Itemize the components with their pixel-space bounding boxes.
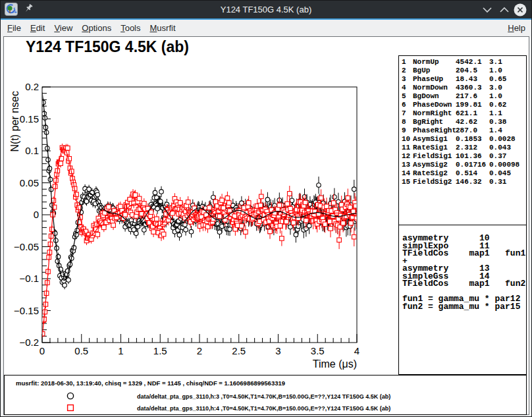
svg-text:2.5: 2.5 (232, 345, 246, 356)
param-row: 14RateSig20.5140.045 (402, 169, 526, 178)
param-row: 4NormDown4360.33.0 (402, 84, 526, 92)
series-points-h3 (40, 81, 358, 289)
svg-text:0.2: 0.2 (25, 81, 39, 92)
svg-text:−0.05: −0.05 (14, 241, 39, 252)
theory-text: asymmetry 10 simplExpo 11 TFieldCos map1… (402, 235, 526, 310)
fit-parameter-panel: 1NormUp4542.13.12BgUp204.51.03PhaseUp18.… (398, 55, 527, 228)
menu-item-options[interactable]: Options (82, 23, 111, 33)
param-row: 2BgUp204.51.0 (402, 67, 526, 75)
plot-area[interactable]: 00.511.522.533.540.20.150.10.050−0.05−0.… (4, 37, 399, 416)
svg-text:0.05: 0.05 (20, 177, 39, 188)
stats-legend-panel: musrfit: 2018-06-30, 13:19:40, chisq = 1… (4, 375, 527, 415)
svg-text:3.5: 3.5 (311, 345, 325, 356)
param-row: 3PhaseUp18.430.65 (402, 75, 526, 84)
legend-label: data/deltat_pta_gps_3110,h:4 ,T0=4.50K,T… (137, 405, 390, 412)
svg-text:0.15: 0.15 (20, 113, 39, 125)
svg-text:−0.15: −0.15 (14, 305, 39, 316)
param-row: 10AsymSig10.18530.0028 (402, 135, 526, 144)
minimize-button[interactable] (480, 3, 494, 17)
menu-item-help[interactable]: Help (508, 23, 525, 33)
menu-help: Help (508, 20, 525, 36)
y-axis-title: N(t) per nsec (9, 91, 20, 152)
param-row: 8BgRight42.620.38 (402, 118, 526, 126)
close-button[interactable] (513, 3, 527, 17)
svg-text:1: 1 (118, 345, 123, 356)
error-bars-h3 (43, 81, 357, 289)
titlebar[interactable]: ++ Y124 TF150G 4.5K (ab) (1, 1, 531, 18)
legend-square-marker (66, 403, 75, 412)
param-row: 13AsymSig20.017160.00098 (402, 161, 526, 169)
param-row: 7NormRight621.11.1 (402, 109, 526, 118)
param-row: 11RateSig12.3120.043 (402, 144, 526, 152)
menu-item-file[interactable]: File (7, 23, 21, 33)
x-axis-title: Time (μs) (313, 358, 357, 370)
svg-text:0: 0 (34, 209, 39, 220)
svg-text:2: 2 (197, 345, 202, 356)
menu-item-edit[interactable]: Edit (30, 23, 45, 33)
fit-curve-h3 (42, 92, 357, 281)
param-row: 12FieldSig1101.360.37 (402, 152, 526, 161)
series-points-h4 (40, 144, 358, 338)
legend-circle-marker (66, 391, 75, 401)
svg-text:0.1: 0.1 (25, 145, 39, 156)
app-window: ++ Y124 TF150G 4.5K (ab) FileEditViewOpt… (0, 0, 532, 417)
legend-row: data/deltat_pta_gps_3110,h:4 ,T0=4.50K,T… (5, 403, 526, 414)
menu-item-musrfit[interactable]: Musrfit (150, 23, 176, 33)
param-row: 6PhaseDown199.810.62 (402, 101, 526, 109)
maximize-button[interactable] (497, 3, 512, 17)
svg-text:−0.2: −0.2 (19, 337, 39, 348)
param-row: 1NormUp4542.13.1 (402, 58, 526, 67)
param-row: 15FieldSig2146.320.31 (402, 178, 526, 186)
svg-text:0.5: 0.5 (74, 345, 88, 356)
x-tick-labels: 00.511.522.533.54 (40, 345, 359, 356)
svg-text:1.5: 1.5 (153, 345, 167, 356)
svg-text:0: 0 (40, 345, 45, 356)
fit-curve-h4 (42, 149, 357, 337)
param-row: 5BgDown217.61.0 (402, 92, 526, 101)
menubar: FileEditViewOptionsToolsMusrfit Help (1, 20, 531, 36)
menu-item-tools[interactable]: Tools (120, 23, 140, 33)
legend-row: data/deltat_pta_gps_3110,h:3 ,T0=4.50K,T… (5, 391, 526, 403)
legend-label: data/deltat_pta_gps_3110,h:3 ,T0=4.50K,T… (137, 393, 390, 400)
svg-text:−0.1: −0.1 (19, 273, 39, 284)
svg-text:3: 3 (275, 345, 280, 356)
param-row: 9PhaseRight287.01.4 (402, 126, 526, 135)
x-axis-ticks (42, 334, 357, 343)
theory-panel: asymmetry 10 simplExpo 11 TFieldCos map1… (398, 225, 527, 375)
fit-stats-line: musrfit: 2018-06-30, 13:19:40, chisq = 1… (16, 379, 285, 387)
window-title: Y124 TF150G 4.5K (ab) (1, 1, 531, 18)
root-canvas[interactable]: Y124 TF150G 4.5K (ab) 00.511.522.533.540… (3, 36, 529, 415)
menu-items: FileEditViewOptionsToolsMusrfit (7, 20, 176, 36)
menu-item-view[interactable]: View (54, 23, 72, 33)
svg-text:4: 4 (354, 345, 359, 356)
